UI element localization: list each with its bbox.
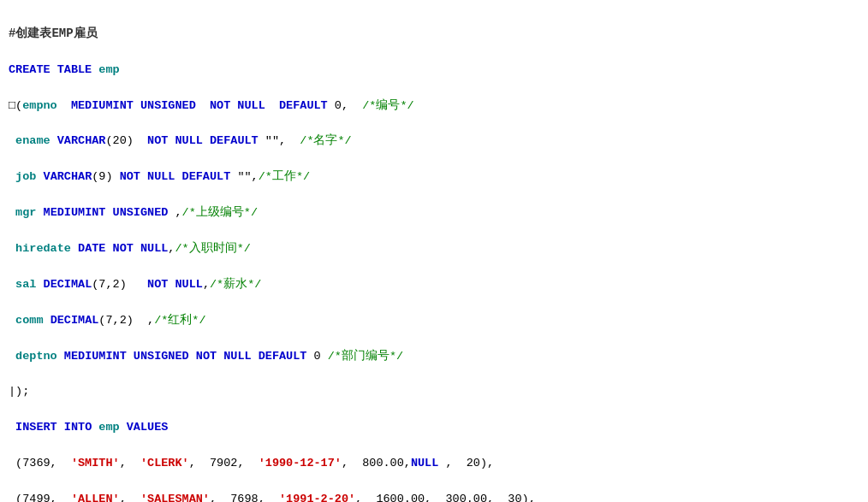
code-container: #创建表EMP雇员 CREATE TABLE emp □(empno MEDIU… bbox=[9, 7, 859, 502]
create-kw: CREATE bbox=[9, 63, 51, 76]
title-comment: #创建表EMP雇员 bbox=[9, 27, 98, 40]
